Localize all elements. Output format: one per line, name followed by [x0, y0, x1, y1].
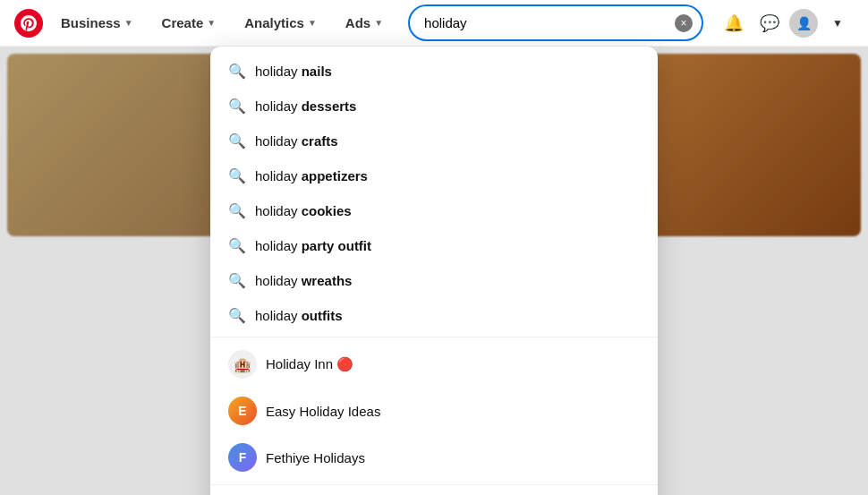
messages-button[interactable]: 💬 [753, 7, 786, 39]
suggestion-nails[interactable]: 🔍 holiday nails [210, 54, 658, 89]
search-icon: 🔍 [228, 272, 246, 289]
business-nav-item[interactable]: Business ▼ [50, 8, 144, 38]
search-icon: 🔍 [228, 132, 246, 149]
search-icon: 🔍 [228, 307, 246, 324]
account-holiday-inn[interactable]: 🏨 Holiday Inn 🔴 [210, 341, 658, 388]
chevron-down-icon: ▼ [124, 18, 133, 28]
account-avatar: F [228, 443, 257, 472]
search-dropdown: 🔍 holiday nails 🔍 holiday desserts 🔍 hol… [210, 47, 658, 495]
search-input[interactable] [408, 4, 703, 41]
divider [210, 484, 658, 485]
nav-icons: 🔔 💬 👤 ▼ [718, 7, 854, 39]
divider [210, 337, 658, 337]
all-accounts-link[interactable]: ↗ All accounts named "holiday" [210, 489, 658, 495]
search-icon: 🔍 [228, 202, 246, 219]
expand-button[interactable]: ▼ [821, 7, 854, 39]
suggestion-outfits[interactable]: 🔍 holiday outfits [210, 298, 658, 333]
chevron-down-icon: ▼ [207, 18, 216, 28]
account-avatar: E [228, 397, 257, 425]
search-icon: 🔍 [228, 63, 246, 80]
account-icon: 🏨 [228, 350, 257, 379]
account-easy-holiday-ideas[interactable]: E Easy Holiday Ideas [210, 388, 658, 434]
pinterest-logo[interactable] [14, 9, 43, 38]
search-icon: 🔍 [228, 98, 246, 115]
suggestion-cookies[interactable]: 🔍 holiday cookies [210, 193, 658, 228]
search-clear-button[interactable]: × [675, 14, 693, 32]
suggestion-party-outfit[interactable]: 🔍 holiday party outfit [210, 228, 658, 263]
suggestion-desserts[interactable]: 🔍 holiday desserts [210, 89, 658, 124]
chevron-down-icon: ▼ [308, 18, 317, 28]
analytics-nav-item[interactable]: Analytics ▼ [234, 8, 328, 38]
suggestion-crafts[interactable]: 🔍 holiday crafts [210, 124, 658, 158]
create-nav-item[interactable]: Create ▼ [151, 8, 227, 38]
suggestion-wreaths[interactable]: 🔍 holiday wreaths [210, 263, 658, 298]
chevron-down-icon: ▼ [374, 18, 383, 28]
search-icon: 🔍 [228, 167, 246, 184]
search-container: × [408, 4, 703, 41]
user-avatar[interactable]: 👤 [789, 9, 818, 38]
suggestion-appetizers[interactable]: 🔍 holiday appetizers [210, 158, 658, 193]
navbar: Business ▼ Create ▼ Analytics ▼ Ads ▼ × … [0, 0, 868, 47]
ads-nav-item[interactable]: Ads ▼ [335, 8, 394, 38]
account-fethiye-holidays[interactable]: F Fethiye Holidays [210, 434, 658, 481]
notifications-button[interactable]: 🔔 [718, 7, 750, 39]
search-icon: 🔍 [228, 237, 246, 254]
